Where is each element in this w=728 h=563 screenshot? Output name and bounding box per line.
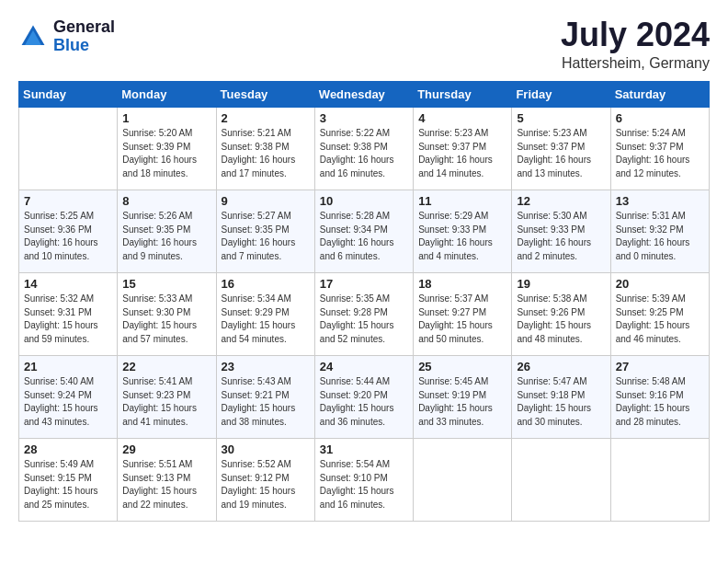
day-info: Sunrise: 5:28 AM Sunset: 9:34 PM Dayligh… <box>320 210 408 263</box>
day-number: 12 <box>517 194 605 208</box>
calendar-cell: 4Sunrise: 5:23 AM Sunset: 9:37 PM Daylig… <box>414 108 512 190</box>
day-info: Sunrise: 5:20 AM Sunset: 9:39 PM Dayligh… <box>122 127 210 180</box>
calendar-week-row: 28Sunrise: 5:49 AM Sunset: 9:15 PM Dayli… <box>19 439 710 522</box>
calendar-cell: 3Sunrise: 5:22 AM Sunset: 9:38 PM Daylig… <box>314 108 413 190</box>
calendar-cell: 2Sunrise: 5:21 AM Sunset: 9:38 PM Daylig… <box>216 108 314 190</box>
calendar-cell: 15Sunrise: 5:33 AM Sunset: 9:30 PM Dayli… <box>118 273 216 356</box>
day-info: Sunrise: 5:51 AM Sunset: 9:13 PM Dayligh… <box>122 458 210 511</box>
calendar-cell: 10Sunrise: 5:28 AM Sunset: 9:34 PM Dayli… <box>314 190 413 273</box>
page-header: General Blue July 2024 Hattersheim, Germ… <box>18 18 710 72</box>
day-info: Sunrise: 5:41 AM Sunset: 9:23 PM Dayligh… <box>122 375 210 429</box>
logo-blue-text: Blue <box>53 37 115 55</box>
weekday-header: Tuesday <box>216 82 314 108</box>
day-number: 3 <box>320 111 408 125</box>
day-info: Sunrise: 5:48 AM Sunset: 9:16 PM Dayligh… <box>616 375 704 429</box>
calendar-cell: 13Sunrise: 5:31 AM Sunset: 9:32 PM Dayli… <box>610 190 709 273</box>
day-number: 16 <box>222 277 310 291</box>
month-title: July 2024 <box>561 18 710 52</box>
calendar-cell: 20Sunrise: 5:39 AM Sunset: 9:25 PM Dayli… <box>610 273 709 356</box>
day-number: 28 <box>24 442 112 456</box>
day-info: Sunrise: 5:33 AM Sunset: 9:30 PM Dayligh… <box>122 293 210 346</box>
day-number: 19 <box>517 277 605 291</box>
day-info: Sunrise: 5:52 AM Sunset: 9:12 PM Dayligh… <box>222 458 310 511</box>
calendar-cell: 24Sunrise: 5:44 AM Sunset: 9:20 PM Dayli… <box>314 356 413 439</box>
day-info: Sunrise: 5:49 AM Sunset: 9:15 PM Dayligh… <box>24 458 112 511</box>
day-info: Sunrise: 5:30 AM Sunset: 9:33 PM Dayligh… <box>517 210 605 263</box>
day-number: 29 <box>122 442 210 456</box>
location: Hattersheim, Germany <box>561 55 710 72</box>
day-info: Sunrise: 5:25 AM Sunset: 9:36 PM Dayligh… <box>24 210 112 263</box>
day-info: Sunrise: 5:44 AM Sunset: 9:20 PM Dayligh… <box>320 375 408 429</box>
calendar-cell: 19Sunrise: 5:38 AM Sunset: 9:26 PM Dayli… <box>512 273 610 356</box>
day-info: Sunrise: 5:21 AM Sunset: 9:38 PM Dayligh… <box>222 127 310 180</box>
day-number: 15 <box>122 277 210 291</box>
day-info: Sunrise: 5:43 AM Sunset: 9:21 PM Dayligh… <box>222 375 310 429</box>
calendar-cell: 11Sunrise: 5:29 AM Sunset: 9:33 PM Dayli… <box>414 190 512 273</box>
day-info: Sunrise: 5:22 AM Sunset: 9:38 PM Dayligh… <box>320 127 408 180</box>
calendar-cell: 16Sunrise: 5:34 AM Sunset: 9:29 PM Dayli… <box>216 273 314 356</box>
day-info: Sunrise: 5:23 AM Sunset: 9:37 PM Dayligh… <box>418 127 506 180</box>
day-number: 31 <box>320 442 408 456</box>
weekday-header: Friday <box>512 82 610 108</box>
calendar-cell: 22Sunrise: 5:41 AM Sunset: 9:23 PM Dayli… <box>118 356 216 439</box>
weekday-header: Thursday <box>414 82 512 108</box>
day-info: Sunrise: 5:40 AM Sunset: 9:24 PM Dayligh… <box>24 375 112 429</box>
day-number: 7 <box>24 194 112 208</box>
day-info: Sunrise: 5:23 AM Sunset: 9:37 PM Dayligh… <box>517 127 605 180</box>
calendar-cell <box>19 108 118 190</box>
weekday-header: Wednesday <box>314 82 413 108</box>
calendar-cell <box>610 439 709 522</box>
day-number: 21 <box>24 360 112 373</box>
calendar-table: SundayMondayTuesdayWednesdayThursdayFrid… <box>18 81 710 522</box>
day-info: Sunrise: 5:32 AM Sunset: 9:31 PM Dayligh… <box>24 293 112 346</box>
day-number: 22 <box>122 360 210 373</box>
calendar-cell: 31Sunrise: 5:54 AM Sunset: 9:10 PM Dayli… <box>314 439 413 522</box>
title-area: July 2024 Hattersheim, Germany <box>561 18 710 72</box>
day-number: 20 <box>616 277 704 291</box>
day-number: 6 <box>616 111 704 125</box>
day-number: 23 <box>222 360 310 373</box>
day-number: 14 <box>24 277 112 291</box>
calendar-cell: 25Sunrise: 5:45 AM Sunset: 9:19 PM Dayli… <box>414 356 512 439</box>
day-info: Sunrise: 5:26 AM Sunset: 9:35 PM Dayligh… <box>122 210 210 263</box>
day-info: Sunrise: 5:24 AM Sunset: 9:37 PM Dayligh… <box>616 127 704 180</box>
calendar-cell: 6Sunrise: 5:24 AM Sunset: 9:37 PM Daylig… <box>610 108 709 190</box>
day-info: Sunrise: 5:37 AM Sunset: 9:27 PM Dayligh… <box>418 293 506 346</box>
day-number: 18 <box>418 277 506 291</box>
calendar-cell: 5Sunrise: 5:23 AM Sunset: 9:37 PM Daylig… <box>512 108 610 190</box>
calendar-week-row: 1Sunrise: 5:20 AM Sunset: 9:39 PM Daylig… <box>19 108 710 190</box>
calendar-cell: 7Sunrise: 5:25 AM Sunset: 9:36 PM Daylig… <box>19 190 118 273</box>
calendar-cell: 9Sunrise: 5:27 AM Sunset: 9:35 PM Daylig… <box>216 190 314 273</box>
day-info: Sunrise: 5:34 AM Sunset: 9:29 PM Dayligh… <box>222 293 310 346</box>
day-info: Sunrise: 5:29 AM Sunset: 9:33 PM Dayligh… <box>418 210 506 263</box>
calendar-cell: 27Sunrise: 5:48 AM Sunset: 9:16 PM Dayli… <box>610 356 709 439</box>
day-info: Sunrise: 5:39 AM Sunset: 9:25 PM Dayligh… <box>616 293 704 346</box>
day-number: 11 <box>418 194 506 208</box>
day-number: 2 <box>222 111 310 125</box>
day-number: 4 <box>418 111 506 125</box>
calendar-cell: 23Sunrise: 5:43 AM Sunset: 9:21 PM Dayli… <box>216 356 314 439</box>
calendar-week-row: 21Sunrise: 5:40 AM Sunset: 9:24 PM Dayli… <box>19 356 710 439</box>
day-number: 26 <box>517 360 605 373</box>
logo-general-text: General <box>53 18 115 37</box>
calendar-cell: 29Sunrise: 5:51 AM Sunset: 9:13 PM Dayli… <box>118 439 216 522</box>
day-info: Sunrise: 5:54 AM Sunset: 9:10 PM Dayligh… <box>320 458 408 511</box>
day-number: 13 <box>616 194 704 208</box>
day-info: Sunrise: 5:27 AM Sunset: 9:35 PM Dayligh… <box>222 210 310 263</box>
calendar-cell: 14Sunrise: 5:32 AM Sunset: 9:31 PM Dayli… <box>19 273 118 356</box>
calendar-cell: 12Sunrise: 5:30 AM Sunset: 9:33 PM Dayli… <box>512 190 610 273</box>
calendar-cell: 26Sunrise: 5:47 AM Sunset: 9:18 PM Dayli… <box>512 356 610 439</box>
day-number: 24 <box>320 360 408 373</box>
day-number: 25 <box>418 360 506 373</box>
calendar-cell: 8Sunrise: 5:26 AM Sunset: 9:35 PM Daylig… <box>118 190 216 273</box>
calendar-week-row: 7Sunrise: 5:25 AM Sunset: 9:36 PM Daylig… <box>19 190 710 273</box>
day-number: 9 <box>222 194 310 208</box>
calendar-cell <box>414 439 512 522</box>
day-number: 10 <box>320 194 408 208</box>
calendar-cell: 17Sunrise: 5:35 AM Sunset: 9:28 PM Dayli… <box>314 273 413 356</box>
day-number: 5 <box>517 111 605 125</box>
day-number: 1 <box>122 111 210 125</box>
day-info: Sunrise: 5:38 AM Sunset: 9:26 PM Dayligh… <box>517 293 605 346</box>
weekday-header: Sunday <box>19 82 118 108</box>
day-info: Sunrise: 5:47 AM Sunset: 9:18 PM Dayligh… <box>517 375 605 429</box>
